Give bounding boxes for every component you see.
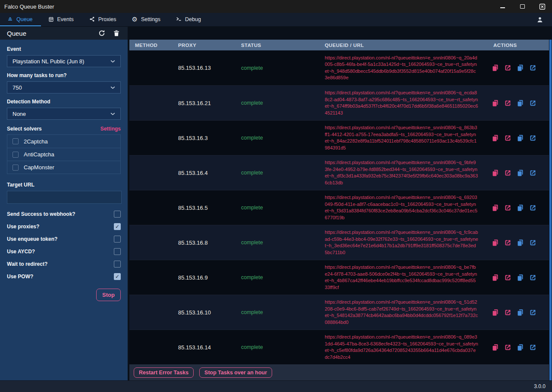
open-url-button[interactable]: [529, 239, 536, 246]
open-url-button[interactable]: [529, 169, 536, 177]
tab-queue[interactable]: Queue: [0, 13, 41, 26]
solver-checkbox[interactable]: [13, 165, 19, 171]
event-select[interactable]: Playstation NL Public (Jun 8): [7, 55, 121, 67]
open-url-button[interactable]: [529, 134, 536, 142]
copy-queueid-button[interactable]: [492, 100, 499, 107]
use-pow-checkbox[interactable]: [114, 273, 121, 280]
copy-queueid-button[interactable]: [492, 169, 499, 177]
copy-url-button[interactable]: [517, 344, 524, 351]
solver-checkbox[interactable]: [13, 152, 19, 158]
copy-queueid-button[interactable]: [492, 64, 499, 72]
status-cell: complete: [235, 344, 321, 350]
use-proxies-checkbox[interactable]: [114, 223, 121, 230]
open-queueid-button[interactable]: [504, 204, 511, 212]
open-queueid-button[interactable]: [504, 344, 511, 351]
status-cell: complete: [235, 65, 321, 71]
queueid-url-cell: https://direct.playstation.com/nl-nl?que…: [321, 157, 485, 189]
proxy-cell: 85.153.16.14: [171, 344, 235, 351]
wait-redirect-checkbox[interactable]: [114, 261, 121, 268]
solver-checkbox[interactable]: [13, 138, 19, 144]
copy-url-button[interactable]: [517, 204, 524, 212]
scrollbar-thumb[interactable]: [549, 40, 552, 380]
open-queueid-button[interactable]: [504, 274, 511, 281]
open-url-button[interactable]: [529, 204, 536, 212]
toggle-label: Use enqueue token?: [7, 236, 114, 242]
account-button[interactable]: [536, 13, 552, 26]
solver-option-capmonster[interactable]: CapMonster: [7, 161, 120, 174]
copy-queueid-button[interactable]: [492, 204, 499, 212]
aycd-checkbox[interactable]: [114, 248, 121, 255]
external-link-icon: [529, 169, 536, 177]
copy-url-button[interactable]: [517, 274, 524, 281]
maximize-button[interactable]: [512, 0, 532, 13]
copy-url-button[interactable]: [517, 239, 524, 246]
task-count-label: How many tasks to run?: [7, 72, 121, 78]
clear-queue-button[interactable]: [113, 30, 120, 37]
stop-button[interactable]: Stop: [96, 289, 121, 301]
window-title: Falco Queue Buster: [0, 3, 492, 10]
tab-settings[interactable]: ⚙ Settings: [124, 13, 169, 26]
open-queueid-button[interactable]: [504, 309, 511, 316]
close-button[interactable]: [532, 0, 552, 13]
refresh-button[interactable]: [98, 30, 105, 37]
copy-queueid-button[interactable]: [492, 134, 499, 142]
external-link-icon: [529, 100, 536, 107]
nav-spacer: [209, 13, 536, 26]
stop-old-tasks-button[interactable]: Stop Tasks over an hour: [199, 367, 272, 378]
solver-option-anticaptcha[interactable]: AntiCaptcha: [7, 148, 120, 161]
external-link-icon: [529, 64, 536, 72]
copy-queueid-button[interactable]: [492, 344, 499, 351]
chevron-down-icon: [110, 112, 115, 115]
open-queueid-button[interactable]: [504, 100, 511, 107]
open-url-button[interactable]: [529, 309, 536, 316]
webhook-checkbox[interactable]: [114, 211, 121, 218]
tab-events[interactable]: Events: [41, 13, 82, 26]
chevron-down-icon: [110, 60, 115, 63]
open-queueid-button[interactable]: [504, 169, 511, 177]
copy-queueid-button[interactable]: [492, 274, 499, 281]
detection-method-select[interactable]: None: [7, 108, 121, 120]
tab-label: Settings: [141, 16, 160, 22]
queueid-url-cell: https://direct.playstation.com/nl-nl?que…: [321, 52, 485, 84]
copy-url-button[interactable]: [517, 309, 524, 316]
proxy-cell: 85.153.16.3: [171, 135, 235, 141]
target-url-input[interactable]: [7, 191, 122, 204]
copy-queueid-button[interactable]: [492, 239, 499, 246]
open-queueid-button[interactable]: [504, 64, 511, 72]
copy-url-button[interactable]: [517, 169, 524, 177]
target-url-label: Target URL: [7, 182, 121, 188]
tab-debug[interactable]: Debug: [169, 13, 209, 26]
solver-settings-link[interactable]: Settings: [100, 126, 121, 132]
open-url-button[interactable]: [529, 64, 536, 72]
table-scrollbar[interactable]: [549, 40, 552, 380]
copy-url-button[interactable]: [517, 134, 524, 142]
proxy-cell: 85.153.16.5: [171, 205, 235, 211]
enqueue-token-checkbox[interactable]: [114, 236, 121, 243]
table-footer: Restart Error Tasks Stop Tasks over an h…: [129, 364, 552, 380]
table-top-spacer: [129, 27, 552, 40]
open-url-button[interactable]: [529, 344, 536, 351]
toggle-pow-row: Use POW?: [7, 273, 121, 280]
external-link-icon: [504, 239, 511, 246]
copy-icon: [517, 64, 524, 72]
task-count-select[interactable]: 750: [7, 81, 121, 93]
solver-option-2captcha[interactable]: 2Captcha: [7, 135, 120, 148]
open-url-button[interactable]: [529, 274, 536, 281]
minimize-button[interactable]: [492, 0, 512, 13]
copy-icon: [517, 274, 524, 281]
queueid-url-cell: https://direct.playstation.com/nl-nl?que…: [321, 227, 485, 258]
tab-label: Events: [57, 16, 74, 22]
open-queueid-button[interactable]: [504, 134, 511, 142]
open-url-button[interactable]: [529, 100, 536, 107]
table-row: 85.153.16.5 complete https://direct.play…: [129, 190, 552, 225]
copy-url-button[interactable]: [517, 100, 524, 107]
queue-stack-icon: [7, 16, 13, 22]
open-queueid-button[interactable]: [504, 239, 511, 246]
proxy-cell: 85.153.16.13: [171, 65, 235, 71]
restart-error-tasks-button[interactable]: Restart Error Tasks: [134, 367, 194, 378]
tab-proxies[interactable]: Proxies: [82, 13, 125, 26]
toggle-redirect-row: Wait to redirect?: [7, 261, 121, 268]
copy-queueid-button[interactable]: [492, 309, 499, 316]
copy-url-button[interactable]: [517, 64, 524, 72]
external-link-icon: [529, 204, 536, 212]
